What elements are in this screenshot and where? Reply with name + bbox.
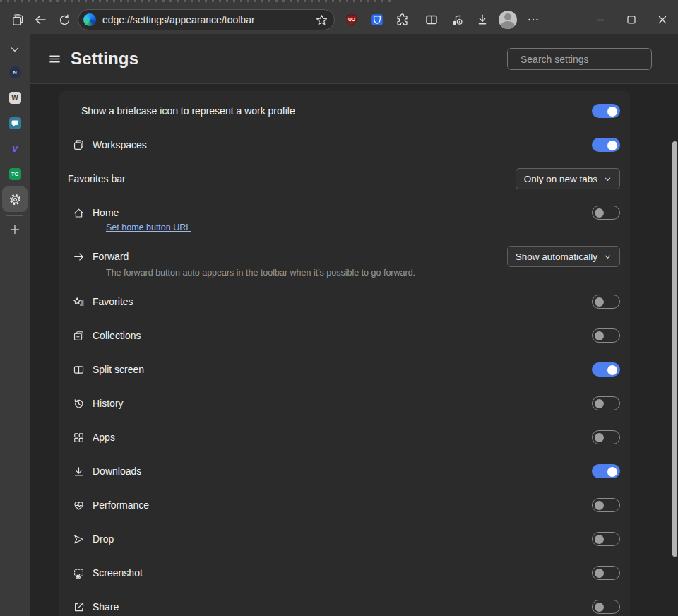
forward-icon — [73, 251, 85, 263]
toolbar-settings-card: Show a briefcase icon to represent a wor… — [59, 91, 630, 616]
app-chat-icon — [9, 117, 21, 129]
profile-button[interactable] — [495, 8, 521, 31]
browser-toolbar: edge://settings/appearance/toolbar UO — [0, 0, 678, 34]
sidebar-app-tc[interactable]: TC — [2, 161, 28, 186]
dropdown-favorites-bar[interactable]: Only on new tabs — [516, 168, 620, 189]
settings-row-forward: ForwardShow automaticallyThe forward but… — [59, 239, 630, 278]
toggle-home[interactable] — [592, 206, 620, 220]
toggle-knob — [595, 399, 604, 408]
row-label: Home — [93, 207, 119, 218]
toggle-share[interactable] — [592, 600, 620, 614]
share-icon — [73, 601, 85, 613]
toggle-knob — [607, 141, 617, 150]
settings-row-screenshot: Screenshot — [59, 556, 630, 590]
settings-search-input[interactable] — [521, 54, 648, 65]
settings-search-box[interactable] — [507, 48, 652, 70]
settings-more-button[interactable] — [521, 8, 546, 31]
sidebar-app-v[interactable]: V — [2, 136, 28, 161]
link-set-home-button-url[interactable]: Set home button URL — [106, 223, 191, 232]
sidebar-collapse-button[interactable] — [2, 40, 28, 59]
row-label: Apps — [93, 432, 115, 443]
sidebar-app-chat[interactable] — [2, 110, 28, 136]
toggle-apps[interactable] — [592, 430, 620, 444]
toggle-split-screen[interactable] — [592, 362, 620, 377]
settings-row-performance: Performance — [59, 488, 630, 522]
workspaces-button[interactable] — [7, 8, 28, 31]
sidebar-app-n[interactable]: N — [2, 59, 28, 85]
settings-row-favorites: Favorites — [59, 285, 630, 319]
app-w-icon: W — [9, 92, 21, 104]
screenshot-icon — [73, 567, 85, 579]
sidebar-add-button[interactable] — [2, 220, 28, 239]
toggle-drop[interactable] — [592, 532, 620, 546]
dropdown-forward[interactable]: Show automatically — [507, 246, 620, 267]
toggle-screenshot[interactable] — [592, 566, 620, 580]
gear-icon — [8, 193, 22, 206]
workspaces-icon — [73, 139, 85, 151]
split-screen-icon — [424, 13, 439, 27]
settings-menu-button[interactable] — [44, 48, 65, 69]
workspaces-icon — [11, 13, 25, 27]
toggle-knob — [595, 331, 604, 340]
favorite-star-icon[interactable] — [315, 13, 328, 27]
toggle-show-a-briefcase-icon-to-represent-a-work-profile[interactable] — [592, 104, 620, 118]
settings-row-show-a-briefcase-icon-to-represent-a-work-profile: Show a briefcase icon to represent a wor… — [59, 94, 630, 128]
window-minimize-button[interactable] — [585, 6, 616, 34]
toggle-downloads[interactable] — [592, 464, 620, 478]
history-icon — [73, 398, 85, 410]
sidebar-app-w[interactable]: W — [2, 85, 28, 110]
window-close-button[interactable] — [647, 6, 678, 34]
settings-row-favorites-bar: Favorites barOnly on new tabs — [59, 162, 630, 196]
row-label: Workspaces — [93, 139, 147, 150]
refresh-button[interactable] — [52, 8, 76, 31]
toggle-knob — [595, 208, 604, 218]
home-icon — [73, 207, 85, 219]
toggle-collections[interactable] — [592, 328, 620, 343]
edge-sidebar: N W V TC — [0, 34, 30, 616]
ublock-icon: UO — [345, 13, 358, 26]
back-button[interactable] — [28, 8, 52, 31]
row-label: Drop — [93, 533, 114, 545]
toggle-workspaces[interactable] — [592, 138, 620, 152]
settings-row-history: History — [59, 386, 630, 420]
bitwarden-icon — [371, 13, 383, 26]
settings-row-collections: Collections — [59, 319, 630, 353]
refresh-icon — [58, 13, 71, 27]
toggle-performance[interactable] — [592, 498, 620, 512]
chevron-down-icon — [9, 44, 20, 55]
toggle-knob — [595, 603, 604, 612]
extension-ublock-button[interactable]: UO — [339, 8, 364, 31]
toggle-history[interactable] — [592, 396, 620, 410]
downloads-icon — [475, 13, 489, 27]
scrollbar-thumb[interactable] — [672, 141, 677, 557]
settings-row-workspaces: Workspaces — [59, 128, 630, 162]
extensions-menu-button[interactable] — [390, 8, 415, 31]
settings-row-split-screen: Split screen — [59, 353, 630, 386]
row-label: Favorites — [93, 296, 133, 307]
plus-icon — [9, 224, 20, 235]
toggle-favorites[interactable] — [592, 295, 620, 309]
window-maximize-button[interactable] — [616, 6, 647, 34]
row-label: History — [93, 398, 124, 409]
toolbar-divider — [417, 13, 417, 27]
svg-text:UO: UO — [348, 17, 355, 22]
toggle-knob — [607, 467, 617, 477]
url-text[interactable]: edge://settings/appearance/toolbar — [102, 14, 315, 25]
settings-header: Settings — [30, 34, 678, 84]
toggle-knob — [595, 535, 604, 544]
settings-page: Show a briefcase icon to represent a wor… — [30, 84, 678, 616]
row-label: Split screen — [93, 364, 144, 375]
extension-bitwarden-button[interactable] — [364, 8, 390, 31]
apps-icon — [73, 432, 85, 444]
split-screen-button[interactable] — [419, 8, 444, 31]
tab-strip-remnant — [0, 0, 396, 2]
media-controls-icon — [450, 13, 464, 27]
downloads-icon — [73, 466, 85, 478]
media-controls-button[interactable] — [444, 8, 470, 31]
sidebar-settings-button[interactable] — [2, 186, 28, 212]
downloads-button[interactable] — [470, 8, 495, 31]
row-label: Downloads — [93, 466, 141, 477]
sidebar-divider — [6, 215, 23, 216]
address-bar[interactable]: edge://settings/appearance/toolbar — [78, 9, 335, 30]
row-label: Performance — [93, 499, 149, 511]
